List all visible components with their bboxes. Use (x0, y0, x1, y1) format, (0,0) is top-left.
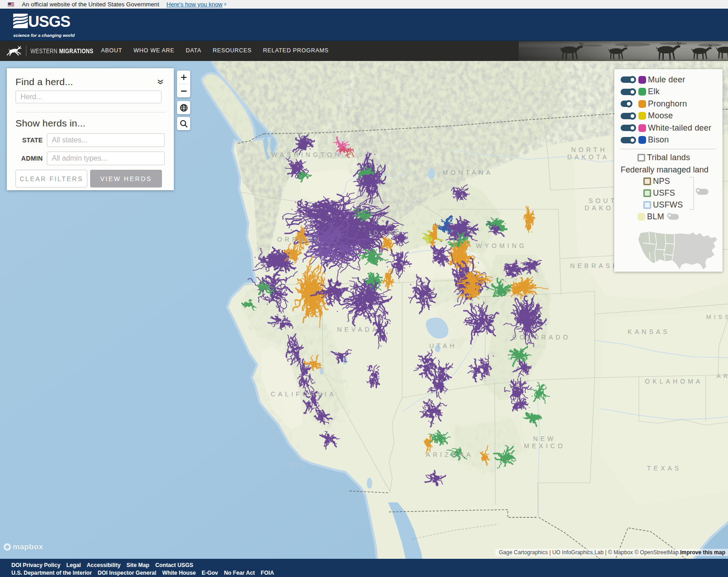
svg-text:OREGON: OREGON (277, 236, 322, 243)
svg-text:AR: AR (717, 373, 728, 380)
svg-text:KANSAS: KANSAS (628, 328, 670, 335)
svg-text:UTAH: UTAH (429, 342, 457, 349)
svg-text:TEXAS: TEXAS (647, 465, 682, 472)
svg-text:ARIZONA: ARIZONA (426, 451, 473, 458)
svg-text:CALIFORNIA: CALIFORNIA (271, 390, 336, 398)
svg-text:WYOMING: WYOMING (476, 242, 527, 249)
svg-text:MEXICO: MEXICO (524, 442, 565, 450)
svg-text:WASHINGTON: WASHINGTON (271, 151, 342, 158)
svg-text:NEVADA: NEVADA (337, 326, 379, 333)
svg-text:science for a changing world: science for a changing world (13, 33, 75, 38)
svg-text:IDAHO: IDAHO (369, 229, 403, 237)
svg-text:NORTH: NORTH (571, 146, 607, 153)
svg-text:MISS: MISS (706, 314, 728, 320)
svg-text:OKLAHOMA: OKLAHOMA (645, 378, 703, 385)
svg-text:NEW: NEW (533, 435, 556, 442)
svg-text:MONTANA: MONTANA (443, 169, 493, 176)
svg-text:USGS: USGS (28, 13, 70, 30)
svg-text:DAKOTA: DAKOTA (567, 153, 610, 161)
svg-text:COLORADO: COLORADO (512, 334, 571, 341)
